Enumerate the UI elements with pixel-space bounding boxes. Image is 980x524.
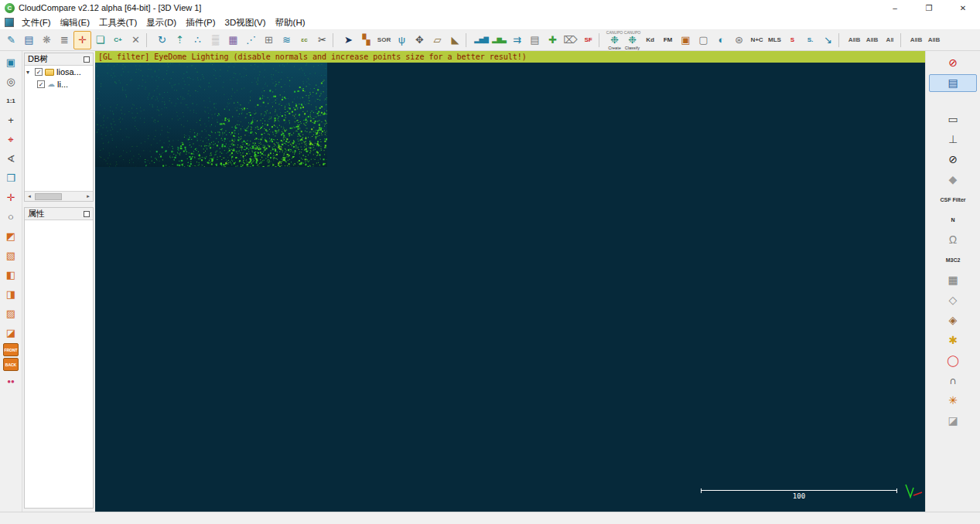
- compare-icon-2[interactable]: A‖B: [863, 31, 881, 49]
- histogram-icon[interactable]: ▂▅▇: [473, 31, 490, 49]
- view-top-icon[interactable]: ▧: [2, 247, 20, 264]
- properties-list-icon[interactable]: ≣: [56, 31, 73, 49]
- rbd-icon[interactable]: ◈: [929, 311, 977, 329]
- raster-grid-icon[interactable]: ⊞: [260, 31, 278, 49]
- compare-icon-1[interactable]: A‖B: [845, 31, 863, 49]
- scalar-dots-icon[interactable]: ⋰: [242, 31, 260, 49]
- tree-item-group[interactable]: ▾ ✓ liosa...: [25, 66, 93, 78]
- film-clapper-icon[interactable]: ▭: [929, 111, 977, 128]
- mesh-sphere-icon[interactable]: ⊛: [730, 31, 748, 49]
- scroll-right-icon[interactable]: ▸: [84, 193, 93, 199]
- rotate-icon[interactable]: ↻: [153, 31, 171, 49]
- view-back-icon[interactable]: BACK: [3, 358, 19, 371]
- pivot-cross-icon[interactable]: ✛: [2, 189, 20, 206]
- cc-icon[interactable]: ɛc: [295, 31, 313, 49]
- menu-edit[interactable]: 编辑(E): [56, 15, 94, 29]
- mls-icon[interactable]: MLS: [766, 31, 784, 49]
- close-button[interactable]: ✕: [946, 0, 980, 15]
- view-iso1-icon[interactable]: ◩: [2, 227, 20, 245]
- perspective-icon[interactable]: ❒: [2, 169, 20, 187]
- point-cloud-canvas[interactable]: [95, 51, 327, 167]
- compare-icon-4[interactable]: A‖B: [907, 31, 925, 49]
- view-bottom-icon[interactable]: ▨: [2, 305, 20, 322]
- maximize-button[interactable]: ❐: [912, 0, 946, 15]
- canupo-create-icon[interactable]: CANUPO❉Create: [606, 31, 623, 49]
- rotate-view-icon[interactable]: ∢: [2, 150, 20, 168]
- scrollbar-track[interactable]: [34, 192, 84, 201]
- plumb-icon[interactable]: ⊥: [929, 131, 977, 148]
- ransac-icon[interactable]: ▢: [695, 31, 712, 49]
- edl-filter-icon[interactable]: ▤: [929, 74, 977, 92]
- menu-help[interactable]: 帮助(H): [271, 15, 310, 29]
- fit-view-icon[interactable]: +: [2, 111, 20, 129]
- interpolate-icon[interactable]: ⇉: [508, 31, 526, 49]
- expander-icon[interactable]: ▾: [26, 69, 32, 76]
- compare-icon-5[interactable]: A‖B: [925, 31, 943, 49]
- sor-filter-icon[interactable]: SOR: [375, 31, 393, 49]
- render-screen-icon[interactable]: ▣: [2, 53, 20, 71]
- zoom-1-1-icon[interactable]: 1:1: [2, 92, 20, 110]
- wedge-icon[interactable]: ◣: [446, 31, 464, 49]
- image-icon[interactable]: ▣: [677, 31, 695, 49]
- filter-points-icon[interactable]: ⇡: [171, 31, 189, 49]
- scrollbar-thumb[interactable]: [35, 193, 62, 200]
- undock-icon[interactable]: [84, 56, 90, 63]
- zoom-icon[interactable]: ○: [2, 208, 20, 226]
- viewport-3d[interactable]: [GL filter] EyeDome Lighting (disable no…: [95, 51, 925, 512]
- view-iso2-icon[interactable]: ◪: [2, 324, 20, 342]
- sra-icon[interactable]: S: [784, 31, 801, 49]
- stereo-glasses-icon[interactable]: ●●: [2, 373, 20, 390]
- sf-arrows-icon[interactable]: SF: [579, 31, 597, 49]
- red-ellipse-icon[interactable]: ◯: [929, 352, 977, 369]
- trowel-icon[interactable]: ◪: [929, 412, 977, 430]
- subsample-icon[interactable]: ∴: [189, 31, 207, 49]
- clone-icon[interactable]: ❏: [91, 31, 109, 49]
- segment-scissors-icon[interactable]: ✂: [313, 31, 331, 49]
- compare-icon-3[interactable]: A‖: [881, 31, 899, 49]
- kd-icon[interactable]: Kd: [641, 31, 659, 49]
- menu-tools[interactable]: 工具类(T): [94, 15, 142, 29]
- contour-icon[interactable]: ≋: [278, 31, 295, 49]
- normals-n-icon[interactable]: N: [929, 211, 977, 229]
- checker-image-icon[interactable]: ▚: [357, 31, 375, 49]
- mdi-child-icon[interactable]: [5, 18, 14, 27]
- save-icon[interactable]: ▤: [20, 31, 38, 49]
- merge-icon[interactable]: C+: [109, 31, 127, 49]
- undock-icon[interactable]: [84, 211, 90, 217]
- gear-dots-icon[interactable]: ✳: [929, 392, 977, 410]
- delete-icon[interactable]: ✕: [127, 31, 145, 49]
- fit-plane-icon[interactable]: ▱: [429, 31, 446, 49]
- canupo-classify-icon[interactable]: CANUPO❉Classify: [623, 31, 641, 49]
- menu-file[interactable]: 文件(F): [17, 15, 56, 29]
- view-front-icon[interactable]: FRONT: [3, 343, 19, 356]
- menu-display[interactable]: 显示(D): [142, 15, 181, 29]
- globe-icon[interactable]: ◐: [712, 31, 730, 49]
- psi-icon[interactable]: ψ: [393, 31, 411, 49]
- add-sf-icon[interactable]: ✚: [544, 31, 562, 49]
- circle-slash-icon[interactable]: ⊘: [929, 151, 977, 168]
- shield-icon[interactable]: ◆: [929, 171, 977, 189]
- m3c2-icon[interactable]: M3C2: [929, 251, 977, 269]
- delete-sf-icon[interactable]: ⌦: [562, 31, 579, 49]
- pivot-icon[interactable]: ⌖: [2, 131, 20, 148]
- color-gear-icon[interactable]: ✱: [929, 332, 977, 349]
- s2-icon[interactable]: S.: [801, 31, 819, 49]
- apply-transform-icon[interactable]: ✛: [73, 31, 91, 49]
- mesh-box-icon[interactable]: ▦: [929, 271, 977, 289]
- minimize-button[interactable]: –: [878, 0, 912, 15]
- fm-icon[interactable]: FM: [659, 31, 677, 49]
- histogram-green-icon[interactable]: ▂▆▃: [490, 31, 508, 49]
- noise-filter-icon[interactable]: ▒: [207, 31, 224, 49]
- hexagon-icon[interactable]: ◇: [929, 291, 977, 309]
- octree-icon[interactable]: ▦: [224, 31, 242, 49]
- export-icon[interactable]: ↘: [819, 31, 837, 49]
- camera-icon[interactable]: ◎: [2, 73, 20, 90]
- npc-icon[interactable]: N+C: [748, 31, 766, 49]
- menu-3dview[interactable]: 3D视图(V): [220, 15, 271, 29]
- scroll-left-icon[interactable]: ◂: [25, 193, 34, 199]
- menu-plugins[interactable]: 插件(P): [181, 15, 220, 29]
- no-entry-icon[interactable]: ⊘: [929, 54, 977, 72]
- open-icon[interactable]: ✎: [2, 31, 20, 49]
- translate-icon[interactable]: ✥: [411, 31, 429, 49]
- horizontal-scrollbar[interactable]: ◂ ▸: [25, 191, 93, 201]
